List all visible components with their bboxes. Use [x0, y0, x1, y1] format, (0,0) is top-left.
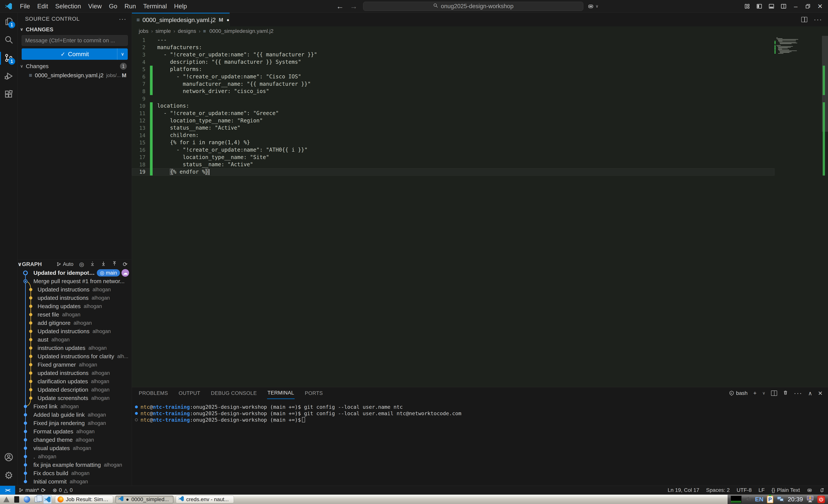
commit-row[interactable]: Fixed linkalhogan [17, 402, 132, 411]
changes-section-header[interactable]: ∨ CHANGES [17, 25, 132, 34]
notifications-bell-icon[interactable] [816, 488, 828, 493]
dirty-dot-icon[interactable]: ● [226, 17, 230, 23]
tab-debug-console[interactable]: DEBUG CONSOLE [210, 388, 257, 399]
commit-row[interactable]: Format updatesalhogan [17, 427, 132, 436]
sidebar-item-explorer[interactable]: 1 [0, 13, 17, 31]
menu-terminal[interactable]: Terminal [139, 3, 170, 10]
taskbar-window-button[interactable]: ●0000_simpled... [115, 496, 173, 503]
editor-more-actions-icon[interactable]: ··· [814, 15, 822, 24]
cursor-position[interactable]: Ln 19, Col 17 [664, 487, 703, 493]
menu-go[interactable]: Go [106, 3, 121, 10]
menu-help[interactable]: Help [170, 3, 191, 10]
files-app-icon[interactable] [12, 495, 21, 504]
commit-row[interactable]: add gitignorealhogan [17, 319, 132, 327]
commit-button[interactable]: ✓ Commit ∨ [22, 48, 128, 60]
graph-auto-select[interactable]: Auto [56, 261, 74, 267]
menu-run[interactable]: Run [121, 3, 140, 10]
eol[interactable]: LF [755, 487, 768, 493]
launcher-arrow-icon[interactable] [2, 495, 11, 504]
branch-status[interactable]: main* ⟳ [15, 487, 49, 494]
kill-terminal-icon[interactable] [783, 390, 788, 396]
menu-edit[interactable]: Edit [34, 3, 52, 10]
split-terminal-icon[interactable] [771, 390, 777, 396]
menu-file[interactable]: File [16, 3, 34, 10]
customize-layout-icon[interactable] [741, 0, 753, 13]
toggle-panel-icon[interactable] [765, 0, 778, 13]
push-icon[interactable] [112, 261, 117, 267]
commit-row[interactable]: Update screenshotsalhogan [17, 394, 132, 402]
terminal-dropdown-icon[interactable]: ∨ [762, 391, 765, 396]
commit-row[interactable]: updated instructionsalhogan [17, 294, 132, 302]
copilot-status-icon[interactable] [803, 487, 816, 493]
system-monitor-icon[interactable] [731, 496, 742, 503]
more-actions-icon[interactable]: ··· [119, 15, 126, 23]
commit-row[interactable]: .alhogan [17, 452, 132, 461]
shell-selector[interactable]: bash [729, 390, 748, 396]
commit-row[interactable]: instruction updatesalhogan [17, 344, 132, 352]
minimize-icon[interactable]: – [790, 0, 802, 13]
network-computers-icon[interactable]: x [777, 496, 784, 503]
refresh-icon[interactable]: ⟳ [123, 261, 128, 267]
split-editor-icon[interactable] [801, 17, 807, 22]
commit-dropdown-icon[interactable]: ∨ [117, 48, 128, 60]
tab-output[interactable]: OUTPUT [178, 388, 201, 399]
sidebar-item-search[interactable] [0, 31, 17, 49]
breadcrumb[interactable]: jobs › simple › designs › ≡ 0000_simpled… [132, 27, 828, 36]
toggle-sidebar-icon[interactable] [753, 0, 765, 13]
branch-badge[interactable]: ◎main [97, 269, 120, 277]
changes-group-row[interactable]: ∨ Changes 1 [17, 62, 132, 71]
panel-more-actions-icon[interactable]: ··· [794, 389, 802, 397]
nav-forward-icon[interactable]: → [347, 2, 361, 11]
menu-view[interactable]: View [85, 3, 106, 10]
new-terminal-icon[interactable]: + [753, 390, 757, 396]
clock[interactable]: 20:39 [788, 496, 803, 503]
commit-row[interactable]: Fixed grammeralhogan [17, 361, 132, 369]
changed-file-row[interactable]: ≡ 0000_simpledesign.yaml.j2 jobs/... M [17, 71, 132, 80]
close-panel-icon[interactable]: ✕ [818, 390, 823, 396]
commit-row[interactable]: Merge pull request #1 from networ... [17, 277, 132, 285]
toggle-secondary-sidebar-icon[interactable] [778, 0, 790, 13]
tab-problems[interactable]: PROBLEMS [138, 388, 168, 399]
sidebar-item-source-control[interactable]: 1 [0, 49, 17, 67]
tab-terminal[interactable]: TERMINAL [267, 387, 295, 399]
overview-ruler[interactable] [822, 36, 828, 387]
commit-row[interactable]: Updated for idempote...◎main☁ [17, 269, 132, 277]
close-icon[interactable]: ✕ [814, 0, 826, 13]
taskbar-window-button[interactable]: creds.env - naut... [176, 496, 234, 503]
language-mode[interactable]: {} Plain Text [768, 487, 803, 493]
restore-icon[interactable] [802, 0, 814, 13]
menu-selection[interactable]: Selection [52, 3, 85, 10]
clipboard-manager-icon[interactable]: P [767, 496, 773, 503]
problems-status[interactable]: ⊗ 0 △ 0 [49, 487, 76, 493]
nav-back-icon[interactable]: ← [333, 2, 347, 11]
indentation[interactable]: Spaces: 2 [703, 487, 733, 493]
pull-icon[interactable] [101, 261, 106, 267]
remote-indicator[interactable]: >< [0, 486, 15, 495]
copilot-icon[interactable]: ∨ [587, 3, 598, 9]
commit-row[interactable]: Added lab guide linkalhogan [17, 411, 132, 419]
sync-icon[interactable]: ⟳ [41, 487, 46, 494]
commit-message-input[interactable] [22, 35, 128, 46]
commit-row[interactable]: Fix docs buildalhogan [17, 469, 132, 477]
power-button-icon[interactable] [817, 496, 825, 503]
encoding[interactable]: UTF-8 [733, 487, 755, 493]
tab-ports[interactable]: PORTS [304, 388, 323, 399]
commit-row[interactable]: updated instructionsalhogan [17, 369, 132, 377]
commit-row[interactable]: Updated instructionsalhogan [17, 327, 132, 335]
commit-row[interactable]: Updated instructionsalhogan [17, 285, 132, 294]
vscode-launcher-icon[interactable] [43, 495, 52, 504]
fetch-icon[interactable] [90, 261, 95, 267]
tab-0000-simpledesign[interactable]: ≡ 0000_simpledesign.yaml.j2 M ● [132, 13, 230, 27]
commit-row[interactable]: visual updatesalhogan [17, 444, 132, 452]
cloud-badge[interactable]: ☁ [122, 269, 129, 277]
commit-row[interactable]: Fixed jinja renderingalhogan [17, 419, 132, 427]
screen-lock-icon[interactable] [806, 496, 814, 503]
commit-row[interactable]: changed themealhogan [17, 436, 132, 444]
copy-icon[interactable] [33, 495, 41, 504]
commit-row[interactable]: Updated instructions for clarityalh... [17, 352, 132, 361]
terminal-content[interactable]: ntc@ntc-training:onug2025-design-worksho… [132, 399, 828, 486]
commit-row[interactable]: Initial commitalhogan [17, 477, 132, 486]
network-sphere-icon[interactable] [23, 495, 31, 504]
code-editor[interactable]: 1---2manufacturers:3 - "!create_or_updat… [132, 36, 828, 387]
command-center[interactable]: onug2025-design-workshop [363, 2, 583, 11]
